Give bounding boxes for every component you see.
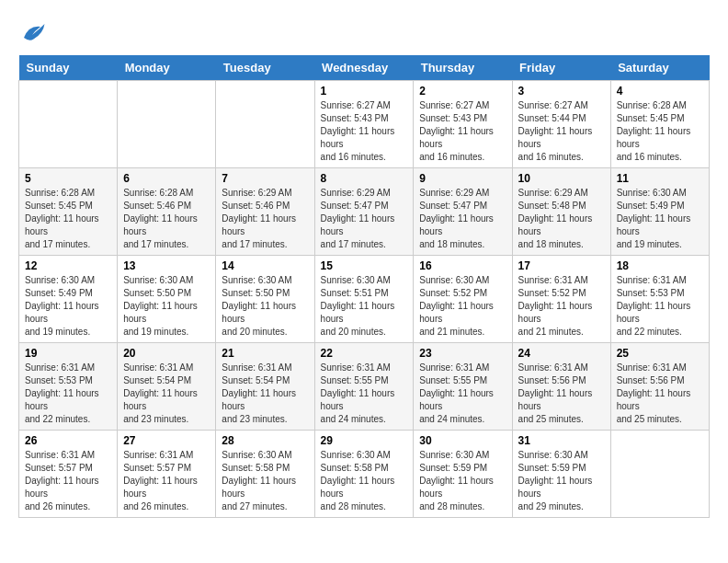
day-number: 2 xyxy=(419,85,506,98)
day-number: 21 xyxy=(222,347,308,360)
day-header-friday: Friday xyxy=(512,55,610,81)
day-info: Sunrise: 6:31 AMSunset: 5:53 PMDaylight:… xyxy=(25,362,111,426)
day-info: Sunrise: 6:30 AMSunset: 5:52 PMDaylight:… xyxy=(419,274,506,339)
day-number: 28 xyxy=(222,434,308,447)
day-info: Sunrise: 6:30 AMSunset: 5:58 PMDaylight:… xyxy=(222,449,308,513)
day-info: Sunrise: 6:30 AMSunset: 5:50 PMDaylight:… xyxy=(222,274,308,339)
day-info: Sunrise: 6:27 AMSunset: 5:43 PMDaylight:… xyxy=(419,99,506,164)
calendar-cell: 27Sunrise: 6:31 AMSunset: 5:57 PMDayligh… xyxy=(118,431,216,518)
day-number: 25 xyxy=(617,347,703,360)
calendar-cell: 23Sunrise: 6:31 AMSunset: 5:55 PMDayligh… xyxy=(414,343,512,431)
day-number: 26 xyxy=(25,434,111,447)
calendar-cell: 24Sunrise: 6:31 AMSunset: 5:56 PMDayligh… xyxy=(512,343,610,431)
calendar-cell: 25Sunrise: 6:31 AMSunset: 5:56 PMDayligh… xyxy=(610,343,709,431)
day-number: 20 xyxy=(123,347,210,360)
calendar-cell xyxy=(610,431,709,518)
day-number: 13 xyxy=(123,259,210,272)
day-info: Sunrise: 6:29 AMSunset: 5:48 PMDaylight:… xyxy=(518,187,605,251)
calendar-cell: 12Sunrise: 6:30 AMSunset: 5:49 PMDayligh… xyxy=(19,256,118,343)
logo xyxy=(18,18,50,46)
day-number: 29 xyxy=(321,434,408,447)
day-number: 11 xyxy=(617,172,703,185)
day-number: 27 xyxy=(123,434,210,447)
calendar-cell: 14Sunrise: 6:30 AMSunset: 5:50 PMDayligh… xyxy=(216,256,314,343)
day-number: 4 xyxy=(617,85,703,98)
calendar-cell: 13Sunrise: 6:30 AMSunset: 5:50 PMDayligh… xyxy=(118,256,216,343)
day-info: Sunrise: 6:31 AMSunset: 5:56 PMDaylight:… xyxy=(518,362,605,426)
calendar-cell: 7Sunrise: 6:29 AMSunset: 5:46 PMDaylight… xyxy=(216,168,314,256)
day-info: Sunrise: 6:30 AMSunset: 5:59 PMDaylight:… xyxy=(419,449,506,513)
day-info: Sunrise: 6:31 AMSunset: 5:57 PMDaylight:… xyxy=(25,449,111,513)
day-header-thursday: Thursday xyxy=(414,55,512,81)
day-info: Sunrise: 6:31 AMSunset: 5:54 PMDaylight:… xyxy=(222,362,308,426)
calendar-cell xyxy=(118,81,216,168)
calendar-cell: 31Sunrise: 6:30 AMSunset: 5:59 PMDayligh… xyxy=(512,431,610,518)
calendar-cell: 17Sunrise: 6:31 AMSunset: 5:52 PMDayligh… xyxy=(512,256,610,343)
week-row-1: 1Sunrise: 6:27 AMSunset: 5:43 PMDaylight… xyxy=(19,81,710,168)
day-header-monday: Monday xyxy=(118,55,216,81)
day-info: Sunrise: 6:28 AMSunset: 5:45 PMDaylight:… xyxy=(25,187,111,251)
day-info: Sunrise: 6:28 AMSunset: 5:45 PMDaylight:… xyxy=(617,99,703,164)
day-number: 18 xyxy=(617,259,703,272)
calendar-table: SundayMondayTuesdayWednesdayThursdayFrid… xyxy=(18,55,710,518)
calendar-cell: 2Sunrise: 6:27 AMSunset: 5:43 PMDaylight… xyxy=(414,81,512,168)
day-number: 10 xyxy=(518,172,605,185)
day-info: Sunrise: 6:31 AMSunset: 5:55 PMDaylight:… xyxy=(419,362,506,426)
day-info: Sunrise: 6:31 AMSunset: 5:54 PMDaylight:… xyxy=(123,362,210,426)
calendar-cell: 6Sunrise: 6:28 AMSunset: 5:46 PMDaylight… xyxy=(118,168,216,256)
day-info: Sunrise: 6:29 AMSunset: 5:46 PMDaylight:… xyxy=(222,187,308,251)
day-info: Sunrise: 6:27 AMSunset: 5:44 PMDaylight:… xyxy=(518,99,605,164)
logo-bird-icon xyxy=(18,18,46,46)
day-info: Sunrise: 6:30 AMSunset: 5:49 PMDaylight:… xyxy=(25,274,111,339)
day-number: 7 xyxy=(222,172,308,185)
calendar-cell: 9Sunrise: 6:29 AMSunset: 5:47 PMDaylight… xyxy=(414,168,512,256)
day-info: Sunrise: 6:31 AMSunset: 5:53 PMDaylight:… xyxy=(617,274,703,339)
week-row-3: 12Sunrise: 6:30 AMSunset: 5:49 PMDayligh… xyxy=(19,256,710,343)
day-header-tuesday: Tuesday xyxy=(216,55,314,81)
calendar-cell: 22Sunrise: 6:31 AMSunset: 5:55 PMDayligh… xyxy=(314,343,414,431)
week-row-5: 26Sunrise: 6:31 AMSunset: 5:57 PMDayligh… xyxy=(19,431,710,518)
day-info: Sunrise: 6:31 AMSunset: 5:57 PMDaylight:… xyxy=(123,449,210,513)
day-number: 23 xyxy=(419,347,506,360)
day-info: Sunrise: 6:30 AMSunset: 5:59 PMDaylight:… xyxy=(518,449,605,513)
day-number: 16 xyxy=(419,259,506,272)
calendar-cell: 16Sunrise: 6:30 AMSunset: 5:52 PMDayligh… xyxy=(414,256,512,343)
day-header-wednesday: Wednesday xyxy=(314,55,414,81)
calendar-cell: 10Sunrise: 6:29 AMSunset: 5:48 PMDayligh… xyxy=(512,168,610,256)
day-number: 12 xyxy=(25,259,111,272)
day-info: Sunrise: 6:28 AMSunset: 5:46 PMDaylight:… xyxy=(123,187,210,251)
calendar-cell: 18Sunrise: 6:31 AMSunset: 5:53 PMDayligh… xyxy=(610,256,709,343)
day-number: 22 xyxy=(321,347,408,360)
calendar-cell xyxy=(19,81,118,168)
day-info: Sunrise: 6:30 AMSunset: 5:58 PMDaylight:… xyxy=(321,449,408,513)
day-number: 30 xyxy=(419,434,506,447)
calendar-cell: 4Sunrise: 6:28 AMSunset: 5:45 PMDaylight… xyxy=(610,81,709,168)
day-info: Sunrise: 6:31 AMSunset: 5:56 PMDaylight:… xyxy=(617,362,703,426)
calendar-cell: 5Sunrise: 6:28 AMSunset: 5:45 PMDaylight… xyxy=(19,168,118,256)
day-number: 6 xyxy=(123,172,210,185)
day-info: Sunrise: 6:31 AMSunset: 5:52 PMDaylight:… xyxy=(518,274,605,339)
day-info: Sunrise: 6:30 AMSunset: 5:51 PMDaylight:… xyxy=(321,274,408,339)
calendar-cell: 21Sunrise: 6:31 AMSunset: 5:54 PMDayligh… xyxy=(216,343,314,431)
calendar-cell: 20Sunrise: 6:31 AMSunset: 5:54 PMDayligh… xyxy=(118,343,216,431)
day-header-sunday: Sunday xyxy=(19,55,118,81)
week-row-4: 19Sunrise: 6:31 AMSunset: 5:53 PMDayligh… xyxy=(19,343,710,431)
calendar-cell: 28Sunrise: 6:30 AMSunset: 5:58 PMDayligh… xyxy=(216,431,314,518)
day-number: 24 xyxy=(518,347,605,360)
day-number: 8 xyxy=(321,172,408,185)
calendar-cell: 8Sunrise: 6:29 AMSunset: 5:47 PMDaylight… xyxy=(314,168,414,256)
day-info: Sunrise: 6:31 AMSunset: 5:55 PMDaylight:… xyxy=(321,362,408,426)
day-info: Sunrise: 6:30 AMSunset: 5:49 PMDaylight:… xyxy=(617,187,703,251)
day-number: 14 xyxy=(222,259,308,272)
calendar-cell: 30Sunrise: 6:30 AMSunset: 5:59 PMDayligh… xyxy=(414,431,512,518)
day-number: 17 xyxy=(518,259,605,272)
calendar-cell: 26Sunrise: 6:31 AMSunset: 5:57 PMDayligh… xyxy=(19,431,118,518)
day-number: 5 xyxy=(25,172,111,185)
day-info: Sunrise: 6:30 AMSunset: 5:50 PMDaylight:… xyxy=(123,274,210,339)
calendar-cell: 15Sunrise: 6:30 AMSunset: 5:51 PMDayligh… xyxy=(314,256,414,343)
calendar-cell: 3Sunrise: 6:27 AMSunset: 5:44 PMDaylight… xyxy=(512,81,610,168)
day-number: 9 xyxy=(419,172,506,185)
calendar-cell: 29Sunrise: 6:30 AMSunset: 5:58 PMDayligh… xyxy=(314,431,414,518)
day-info: Sunrise: 6:27 AMSunset: 5:43 PMDaylight:… xyxy=(321,99,408,164)
day-number: 31 xyxy=(518,434,605,447)
